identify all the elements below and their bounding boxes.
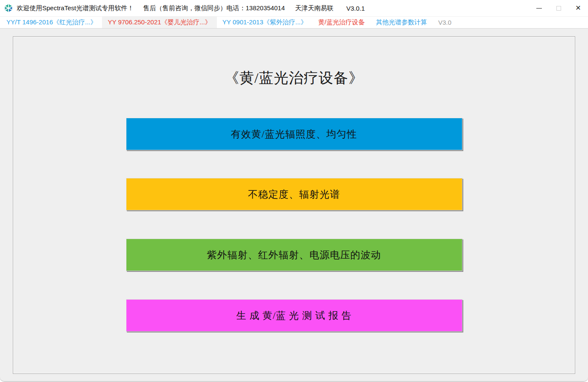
generate-test-report-button[interactable]: 生 成 黄/蓝 光 测 试 报 告 <box>126 299 462 332</box>
app-logo-icon <box>4 4 13 12</box>
page-title: 《黄/蓝光治疗设备》 <box>13 68 575 88</box>
minimize-button[interactable] <box>529 0 549 16</box>
close-button[interactable]: ✕ <box>568 0 588 16</box>
uv-ir-voltage-fluctuation-button[interactable]: 紫外辐射、红外辐射、电源电压的波动 <box>126 239 462 271</box>
maximize-button[interactable] <box>549 0 568 16</box>
app-window: 欢迎使用SpectraTest光谱测试专用软件！ 售后（售前咨询，微信同步）电话… <box>0 0 588 381</box>
tab-yy-9706-infant-light[interactable]: YY 9706.250-2021《婴儿光治疗...》 <box>102 17 216 28</box>
titlebar-company-text: 天津天南易联 <box>295 4 333 12</box>
tab-other-spectral-params[interactable]: 其他光谱参数计算 <box>370 17 433 28</box>
titlebar-version-text: V3.0.1 <box>346 5 365 12</box>
close-icon: ✕ <box>575 5 581 12</box>
tab-yellow-blue-light-device[interactable]: 黄/蓝光治疗设备 <box>313 17 370 28</box>
tab-yyt-1496-red-light[interactable]: YY/T 1496-2016《红光治疗...》 <box>1 17 102 28</box>
maximize-icon <box>556 6 561 11</box>
main-panel: 《黄/蓝光治疗设备》 有效黄/蓝光辐照度、均匀性 不稳定度、辐射光谱 紫外辐射、… <box>13 36 575 374</box>
tab-version-label: V3.0 <box>433 17 457 28</box>
titlebar-welcome-text: 欢迎使用SpectraTest光谱测试专用软件！ <box>17 4 134 12</box>
tab-yy-0901-uv-therapy[interactable]: YY 0901-2013《紫外治疗...》 <box>217 17 313 28</box>
tab-strip: YY/T 1496-2016《红光治疗...》 YY 9706.250-2021… <box>0 16 588 29</box>
title-bar: 欢迎使用SpectraTest光谱测试专用软件！ 售后（售前咨询，微信同步）电话… <box>0 0 588 16</box>
minimize-icon <box>536 8 542 9</box>
titlebar-support-phone-text: 售后（售前咨询，微信同步）电话：13820354014 <box>143 4 285 12</box>
window-controls: ✕ <box>529 0 588 16</box>
effective-irradiance-uniformity-button[interactable]: 有效黄/蓝光辐照度、均匀性 <box>126 118 462 150</box>
instability-radiation-spectrum-button[interactable]: 不稳定度、辐射光谱 <box>126 178 462 210</box>
content-area: 《黄/蓝光治疗设备》 有效黄/蓝光辐照度、均匀性 不稳定度、辐射光谱 紫外辐射、… <box>0 29 588 381</box>
